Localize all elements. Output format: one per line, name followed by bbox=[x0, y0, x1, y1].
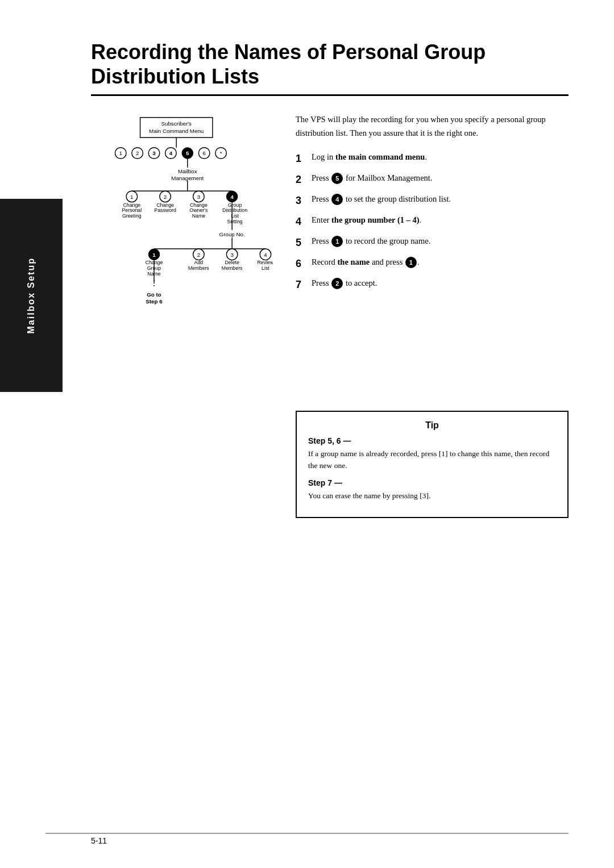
svg-text:Members: Members bbox=[222, 266, 243, 272]
step-num-7: 7 bbox=[296, 277, 312, 293]
step-text-5: Press 1 to record the group name. bbox=[312, 235, 569, 248]
diagram-area: Subscriber's Main Command Menu 1 2 3 4 bbox=[91, 113, 273, 388]
page-title: Recording the Names of Personal Group Di… bbox=[91, 40, 569, 89]
step-6: 6 Record the name and press 1. bbox=[296, 256, 569, 272]
svg-text:4: 4 bbox=[264, 252, 267, 258]
svg-text:2: 2 bbox=[164, 194, 167, 200]
svg-text:2: 2 bbox=[136, 151, 139, 157]
svg-text:Subscriber's: Subscriber's bbox=[161, 120, 192, 127]
svg-text:Step 6: Step 6 bbox=[146, 298, 163, 304]
step-2: 2 Press 5 for Mailbox Management. bbox=[296, 172, 569, 187]
svg-text:Change: Change bbox=[190, 202, 208, 208]
svg-text:3: 3 bbox=[197, 194, 201, 200]
svg-text:Main Command Menu: Main Command Menu bbox=[149, 128, 204, 135]
svg-text:Change: Change bbox=[123, 202, 140, 208]
svg-text:Delete: Delete bbox=[225, 260, 239, 266]
page: Mailbox Setup Recording the Names of Per… bbox=[0, 0, 614, 868]
svg-text:Members: Members bbox=[188, 266, 209, 272]
svg-text:Name: Name bbox=[192, 214, 206, 219]
svg-text:Distribution: Distribution bbox=[222, 208, 247, 214]
step-text-1: Log in the main command menu. bbox=[312, 151, 569, 164]
svg-text:*: * bbox=[220, 151, 222, 157]
step-text-6: Record the name and press 1. bbox=[312, 256, 569, 269]
svg-text:Personal: Personal bbox=[122, 208, 142, 214]
svg-text:2: 2 bbox=[197, 252, 200, 258]
btn-2-step7: 2 bbox=[331, 278, 343, 289]
step-num-1: 1 bbox=[296, 151, 312, 166]
tip-step7-text: You can erase the name by pressing [3]. bbox=[308, 490, 556, 502]
diagram-svg: Subscriber's Main Command Menu 1 2 3 4 bbox=[91, 113, 273, 386]
tip-box: Tip Step 5, 6 — If a group name is alrea… bbox=[296, 411, 569, 518]
btn-1-step6: 1 bbox=[405, 257, 417, 268]
bottom-rule bbox=[45, 833, 569, 834]
step-5: 5 Press 1 to record the group name. bbox=[296, 235, 569, 251]
svg-text:4: 4 bbox=[169, 151, 173, 157]
step-num-5: 5 bbox=[296, 235, 312, 251]
svg-text:Add: Add bbox=[194, 260, 204, 266]
step-text-2: Press 5 for Mailbox Management. bbox=[312, 172, 569, 185]
step-text-4: Enter the group number (1 – 4). bbox=[312, 214, 569, 227]
btn-1-step5: 1 bbox=[331, 236, 343, 247]
step-text-7: Press 2 to accept. bbox=[312, 277, 569, 290]
step-num-6: 6 bbox=[296, 256, 312, 272]
btn-4-step3: 4 bbox=[331, 194, 343, 205]
svg-text:Go to: Go to bbox=[147, 292, 161, 298]
step-1: 1 Log in the main command menu. bbox=[296, 151, 569, 166]
btn-5-step2: 5 bbox=[331, 173, 343, 184]
svg-text:Mailbox: Mailbox bbox=[178, 168, 197, 174]
svg-text:⋮: ⋮ bbox=[150, 279, 158, 287]
steps-list: 1 Log in the main command menu. 2 Press … bbox=[296, 151, 569, 293]
svg-text:List: List bbox=[262, 266, 269, 272]
tip-step56-text: If a group name is already recorded, pre… bbox=[308, 448, 556, 471]
svg-text:Review: Review bbox=[258, 260, 273, 266]
svg-text:1: 1 bbox=[152, 252, 156, 258]
svg-text:4: 4 bbox=[230, 194, 234, 200]
step-7: 7 Press 2 to accept. bbox=[296, 277, 569, 293]
tip-title: Tip bbox=[308, 420, 556, 431]
step-num-4: 4 bbox=[296, 214, 312, 229]
svg-text:Management: Management bbox=[171, 175, 204, 181]
svg-text:Change: Change bbox=[156, 202, 174, 208]
tip-step56-label: Step 5, 6 — bbox=[308, 436, 556, 445]
svg-text:Owner's: Owner's bbox=[189, 208, 208, 214]
svg-text:Greeting: Greeting bbox=[122, 214, 142, 219]
step-3: 3 Press 4 to set the group distribution … bbox=[296, 193, 569, 208]
step-num-2: 2 bbox=[296, 172, 312, 187]
step-text-3: Press 4 to set the group distribution li… bbox=[312, 193, 569, 206]
svg-text:3: 3 bbox=[230, 252, 234, 258]
step-num-3: 3 bbox=[296, 193, 312, 208]
svg-text:Group No.: Group No. bbox=[219, 232, 245, 238]
sidebar: Mailbox Setup bbox=[0, 199, 63, 392]
svg-text:Password: Password bbox=[154, 208, 176, 214]
svg-text:5: 5 bbox=[186, 151, 189, 157]
page-number: 5-11 bbox=[91, 836, 107, 845]
instructions-area: The VPS will play the recording for you … bbox=[296, 113, 569, 298]
svg-text:1: 1 bbox=[119, 151, 122, 157]
tip-step7-label: Step 7 — bbox=[308, 478, 556, 487]
intro-text: The VPS will play the recording for you … bbox=[296, 113, 569, 139]
sidebar-label: Mailbox Setup bbox=[26, 257, 36, 333]
content-area: Subscriber's Main Command Menu 1 2 3 4 bbox=[91, 113, 569, 388]
svg-text:Group: Group bbox=[228, 202, 242, 208]
step-4: 4 Enter the group number (1 – 4). bbox=[296, 214, 569, 229]
title-divider bbox=[91, 94, 569, 96]
svg-text:6: 6 bbox=[202, 151, 206, 157]
svg-text:1: 1 bbox=[130, 194, 133, 200]
svg-text:Setting: Setting bbox=[227, 219, 242, 224]
svg-text:3: 3 bbox=[152, 151, 156, 157]
